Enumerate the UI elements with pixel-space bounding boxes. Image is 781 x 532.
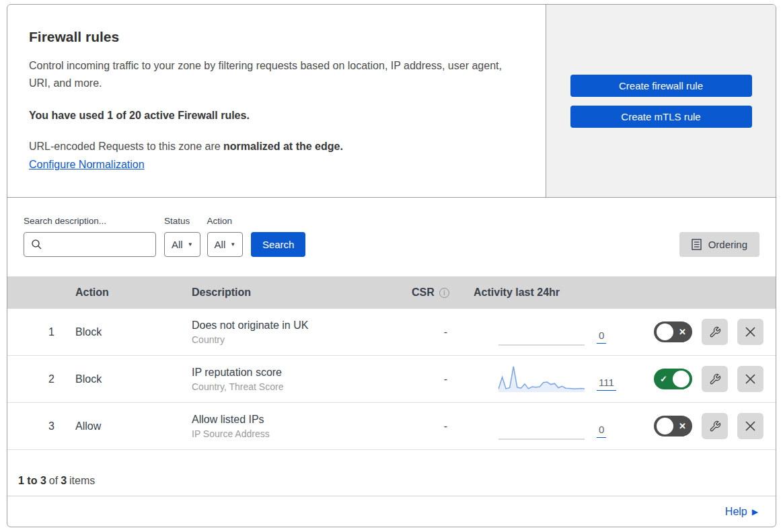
delete-rule-button[interactable]	[737, 319, 764, 345]
wrench-icon	[709, 420, 721, 432]
filter-bar: Search description... Status All ▼ Actio…	[7, 198, 776, 276]
toggle-knob	[657, 418, 673, 434]
rule-description-cell: Does not originate in UK Country	[182, 319, 398, 345]
table-row: 1 Block Does not originate in UK Country…	[7, 309, 776, 356]
items-word: items	[69, 475, 95, 487]
search-button[interactable]: Search	[251, 232, 305, 257]
chevron-down-icon: ▼	[230, 241, 235, 248]
close-icon	[745, 326, 756, 338]
table-row: 3 Allow Allow listed IPs IP Source Addre…	[7, 403, 776, 450]
toggle-state-icon: ✕	[675, 327, 690, 337]
edit-rule-button[interactable]	[702, 319, 728, 345]
search-group: Search description...	[24, 215, 156, 257]
toggle-state-icon: ✕	[675, 421, 690, 431]
action-dropdown[interactable]: All ▼	[207, 232, 244, 257]
activity-sparkline	[498, 412, 585, 441]
chevron-down-icon: ▼	[188, 241, 193, 248]
firewall-rules-page: Firewall rules Control incoming traffic …	[0, 0, 781, 532]
rule-fields: Country	[192, 334, 398, 345]
rule-controls: ✕	[623, 413, 776, 439]
rule-csr: -	[398, 326, 458, 338]
rule-activity-cell: 111	[458, 365, 623, 393]
close-icon	[745, 420, 756, 432]
action-label: Action	[207, 215, 244, 227]
table-row: 2 Block IP reputation score Country, Thr…	[7, 356, 776, 403]
search-icon	[31, 239, 42, 250]
toggle-state-icon: ✓	[657, 374, 671, 384]
rule-csr: -	[398, 420, 458, 432]
close-icon	[745, 373, 756, 385]
rule-action: Allow	[61, 420, 182, 432]
search-label: Search description...	[24, 215, 156, 227]
items-range: 1 to 3	[18, 475, 46, 487]
csr-header-label: CSR	[412, 287, 435, 299]
wrench-icon	[709, 373, 721, 385]
search-input[interactable]	[24, 232, 156, 257]
rule-description-cell: Allow listed IPs IP Source Address	[182, 414, 398, 439]
activity-sparkline	[498, 318, 585, 346]
normalization-prefix: URL-encoded Requests to this zone are	[29, 141, 223, 152]
ordering-label: Ordering	[708, 239, 747, 250]
rule-fields: Country, Threat Score	[192, 381, 398, 392]
usage-summary: You have used 1 of 20 active Firewall ru…	[29, 110, 519, 122]
help-link[interactable]: Help ▶	[725, 506, 758, 518]
delete-rule-button[interactable]	[737, 366, 764, 392]
activity-count-link[interactable]: 111	[597, 377, 616, 391]
rule-enabled-toggle[interactable]: ✕	[654, 416, 692, 436]
page-description: Control incoming traffic to your zone by…	[29, 57, 519, 92]
delete-rule-button[interactable]	[737, 413, 764, 439]
edit-rule-button[interactable]	[702, 413, 728, 439]
status-dropdown[interactable]: All ▼	[164, 232, 200, 257]
rule-activity-cell: 0	[458, 412, 623, 441]
rule-csr: -	[398, 373, 458, 385]
rule-enabled-toggle[interactable]: ✓	[654, 369, 692, 389]
rule-controls: ✓	[623, 366, 776, 392]
rule-description: Allow listed IPs	[192, 414, 398, 426]
rule-description: Does not originate in UK	[192, 319, 398, 332]
action-filter-group: Action All ▼	[207, 215, 244, 257]
rule-priority: 1	[7, 326, 61, 338]
actions-side-panel: Create firewall rule Create mTLS rule	[546, 5, 776, 197]
help-label: Help	[725, 506, 747, 518]
help-arrow-icon: ▶	[752, 507, 758, 517]
items-total: 3	[61, 475, 67, 487]
ordering-button[interactable]: Ordering	[679, 232, 759, 257]
configure-normalization-link[interactable]: Configure Normalization	[29, 159, 145, 170]
col-csr-header: CSR i	[398, 287, 458, 299]
rule-activity-cell: 0	[458, 318, 623, 346]
status-label: Status	[164, 215, 200, 227]
rule-description: IP reputation score	[192, 367, 398, 379]
activity-sparkline	[498, 365, 585, 393]
col-action-header: Action	[61, 287, 182, 299]
help-bar: Help ▶	[7, 496, 776, 527]
wrench-icon	[709, 326, 721, 338]
of-word: of	[49, 475, 58, 487]
intro-text-block: Firewall rules Control incoming traffic …	[7, 5, 546, 197]
status-value: All	[172, 239, 183, 250]
edit-rule-button[interactable]	[702, 366, 728, 392]
pagination-summary: 1 to 3 of 3 items	[7, 450, 776, 496]
rule-priority: 2	[7, 373, 61, 385]
create-firewall-rule-button[interactable]: Create firewall rule	[570, 75, 752, 97]
toggle-knob	[673, 371, 690, 387]
status-filter-group: Status All ▼	[164, 215, 200, 257]
table-header: Action Description CSR i Activity last 2…	[7, 276, 776, 309]
rule-priority: 3	[7, 420, 61, 432]
activity-count-link[interactable]: 0	[597, 330, 606, 344]
rule-enabled-toggle[interactable]: ✕	[654, 321, 692, 342]
rule-action: Block	[61, 326, 182, 338]
page-title: Firewall rules	[29, 29, 519, 45]
intro-section: Firewall rules Control incoming traffic …	[7, 5, 776, 198]
create-mtls-rule-button[interactable]: Create mTLS rule	[570, 106, 752, 128]
rule-controls: ✕	[623, 319, 776, 345]
rule-description-cell: IP reputation score Country, Threat Scor…	[182, 367, 398, 392]
info-icon[interactable]: i	[439, 288, 449, 298]
rule-fields: IP Source Address	[192, 428, 398, 439]
firewall-rules-card: Firewall rules Control incoming traffic …	[7, 4, 776, 527]
action-value: All	[215, 239, 226, 250]
toggle-knob	[657, 324, 673, 340]
col-activity-header: Activity last 24hr	[458, 287, 623, 299]
normalization-text: URL-encoded Requests to this zone are no…	[29, 141, 519, 153]
activity-count-link[interactable]: 0	[597, 424, 606, 438]
search-box	[24, 232, 156, 257]
